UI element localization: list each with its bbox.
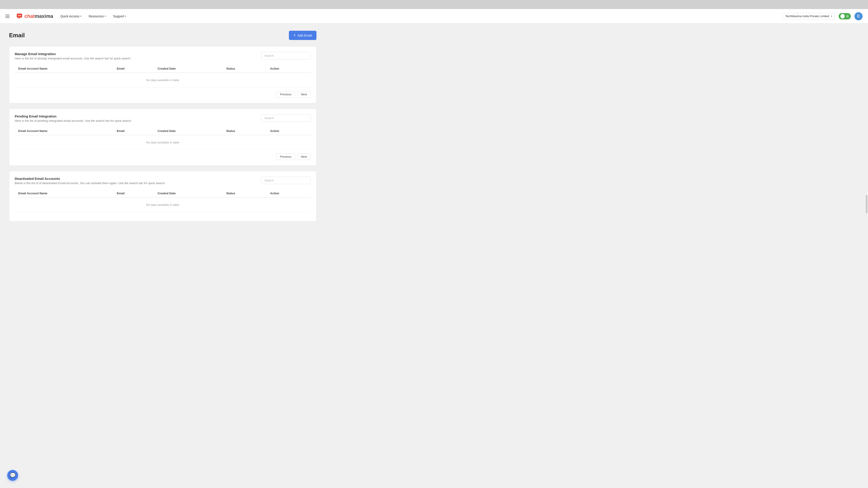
hamburger-menu[interactable]: [5, 13, 11, 19]
nav-item-resources[interactable]: Resources ▾: [86, 13, 108, 20]
pending-table-body: No data available in table: [15, 135, 311, 150]
deactivated-col-action: Action: [267, 189, 311, 197]
pending-email-table: Email Account Name Email Created Date St…: [15, 127, 311, 150]
gear-icon: ⚙: [846, 14, 849, 18]
pending-section-info: Pending Email Integration Here is the li…: [15, 114, 132, 123]
org-name: TechMaxima India Private Limited: [785, 14, 829, 18]
logo-maxima-text: maxima: [35, 13, 53, 19]
manage-section-desc: Here is the list of already intergrated …: [15, 57, 131, 60]
manage-search-input[interactable]: [261, 52, 311, 59]
pending-no-data-row: No data available in table: [15, 135, 311, 150]
chat-support-button[interactable]: 💬: [7, 470, 18, 481]
svg-point-1: [18, 15, 19, 16]
deactivated-col-status: Status: [223, 189, 267, 197]
pending-col-created: Created Date: [154, 127, 223, 135]
manage-section-info: Manage Email Integration Here is the lis…: [15, 52, 131, 60]
logo-chat-text: chat: [24, 13, 35, 19]
deactivated-no-data-cell: No data available in table: [15, 197, 311, 212]
nav-item-support[interactable]: Support ▾: [110, 13, 129, 20]
deactivated-table-header: Email Account Name Email Created Date St…: [15, 189, 311, 197]
manage-col-status: Status: [223, 65, 267, 73]
manage-section-header: Manage Email Integration Here is the lis…: [15, 52, 311, 60]
deactivated-section-header: Deactivated Email Accounts Below is the …: [15, 177, 311, 185]
manage-pagination: Previous Next: [15, 91, 311, 98]
nav-menu: Quick Access ▾ Resources ▾ Support ▾: [58, 13, 129, 20]
manage-col-name: Email Account Name: [15, 65, 113, 73]
deactivated-section-desc: Below is the list of of deactivated Emai…: [15, 182, 165, 185]
manage-no-data-row: No data available in table: [15, 73, 311, 88]
deactivated-email-section: Deactivated Email Accounts Below is the …: [9, 171, 316, 221]
manage-no-data-cell: No data available in table: [15, 73, 311, 88]
manage-col-email: Email: [113, 65, 154, 73]
nav-left: chatmaxima Quick Access ▾ Resources ▾ Su…: [5, 12, 129, 20]
top-bar: [0, 0, 868, 9]
deactivated-col-created: Created Date: [154, 189, 223, 197]
pending-col-status: Status: [223, 127, 267, 135]
pending-col-email: Email: [113, 127, 154, 135]
manage-next-button[interactable]: Next: [297, 91, 311, 98]
manage-col-action: Action: [267, 65, 311, 73]
pending-no-data-cell: No data available in table: [15, 135, 311, 150]
pending-section-title: Pending Email Integration: [15, 114, 132, 118]
svg-point-3: [20, 15, 21, 16]
user-avatar[interactable]: C: [855, 12, 863, 20]
scroll-indicator[interactable]: [866, 195, 868, 213]
deactivated-section-info: Deactivated Email Accounts Below is the …: [15, 177, 165, 185]
deactivated-col-name: Email Account Name: [15, 189, 113, 197]
nav-item-quick-access[interactable]: Quick Access ▾: [58, 13, 84, 20]
deactivated-email-table: Email Account Name Email Created Date St…: [15, 189, 311, 212]
main-content: Email + Add Email Manage Email Integrati…: [0, 24, 326, 234]
pending-next-button[interactable]: Next: [297, 153, 311, 160]
toggle-circle: [840, 14, 845, 19]
manage-table-body: No data available in table: [15, 73, 311, 88]
svg-point-2: [19, 15, 20, 16]
settings-toggle[interactable]: ⚙: [839, 13, 851, 20]
manage-search-wrapper: [261, 52, 311, 59]
pending-search-wrapper: [261, 114, 311, 122]
deactivated-table-body: No data available in table: [15, 197, 311, 212]
org-selector-chevron-icon: ▾: [831, 15, 832, 18]
manage-email-table: Email Account Name Email Created Date St…: [15, 65, 311, 88]
manage-email-section: Manage Email Integration Here is the lis…: [9, 46, 316, 103]
manage-section-title: Manage Email Integration: [15, 52, 131, 56]
page-header: Email + Add Email: [9, 31, 316, 40]
pending-col-name: Email Account Name: [15, 127, 113, 135]
pending-email-section: Pending Email Integration Here is the li…: [9, 109, 316, 166]
resources-chevron-icon: ▾: [105, 15, 106, 18]
chat-support-icon: 💬: [10, 473, 16, 478]
pending-col-action: Action: [267, 127, 311, 135]
org-selector[interactable]: TechMaxima India Private Limited ▾: [782, 13, 835, 20]
nav-right: TechMaxima India Private Limited ▾ ⚙ C: [782, 12, 863, 20]
logo-icon: [16, 12, 24, 20]
navbar: chatmaxima Quick Access ▾ Resources ▾ Su…: [0, 9, 868, 24]
add-email-button[interactable]: + Add Email: [289, 31, 316, 40]
plus-icon: +: [293, 33, 296, 38]
pending-table-header: Email Account Name Email Created Date St…: [15, 127, 311, 135]
support-chevron-icon: ▾: [125, 15, 126, 18]
pending-section-desc: Here is the list of pending intergrated …: [15, 119, 132, 123]
manage-col-created: Created Date: [154, 65, 223, 73]
quick-access-chevron-icon: ▾: [80, 15, 81, 18]
deactivated-col-email: Email: [113, 189, 154, 197]
pending-pagination: Previous Next: [15, 153, 311, 160]
pending-previous-button[interactable]: Previous: [276, 153, 296, 160]
deactivated-search-input[interactable]: [261, 177, 311, 184]
deactivated-section-title: Deactivated Email Accounts: [15, 177, 165, 181]
page-title: Email: [9, 32, 25, 39]
manage-table-header: Email Account Name Email Created Date St…: [15, 65, 311, 73]
deactivated-search-wrapper: [261, 177, 311, 184]
pending-section-header: Pending Email Integration Here is the li…: [15, 114, 311, 123]
deactivated-no-data-row: No data available in table: [15, 197, 311, 212]
manage-previous-button[interactable]: Previous: [276, 91, 296, 98]
pending-search-input[interactable]: [261, 114, 311, 122]
logo[interactable]: chatmaxima: [16, 12, 53, 20]
